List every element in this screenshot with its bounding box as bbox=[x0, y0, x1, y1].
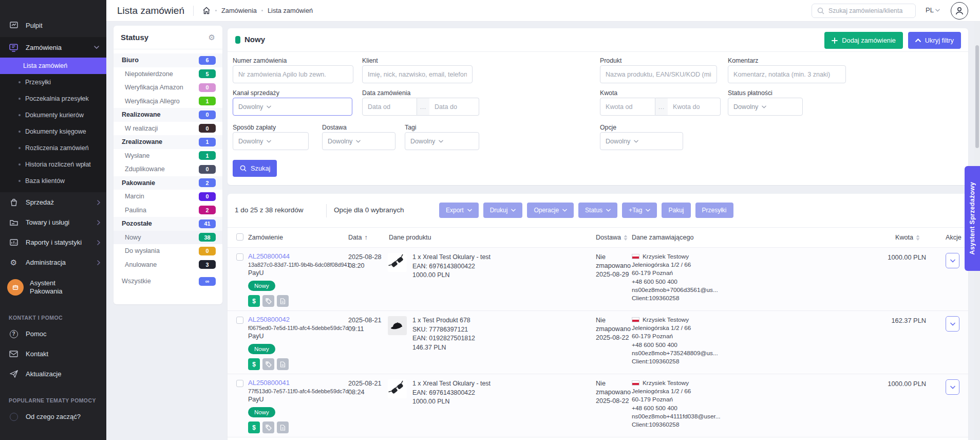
status-row-zrealizowane[interactable]: Zrealizowane1 bbox=[114, 135, 222, 149]
status-row-niepotwierdzone[interactable]: Niepotwierdzone5 bbox=[114, 67, 222, 81]
sidebar-item-kontakt[interactable]: Kontakt bbox=[0, 344, 106, 364]
date-from-input[interactable] bbox=[362, 98, 417, 116]
sidebar-item-rozliczenia-zamowien[interactable]: Rozliczenia zamówień bbox=[0, 140, 106, 156]
add-tag-button[interactable]: +Tag bbox=[622, 203, 657, 218]
sidebar-item-lista-zamowien[interactable]: Lista zamówień bbox=[0, 58, 106, 74]
order-id-link[interactable]: AL250800041 bbox=[248, 379, 351, 387]
breadcrumb-item-zamowienia[interactable]: Zamówienia bbox=[221, 7, 257, 14]
select-all-checkbox[interactable] bbox=[236, 233, 243, 241]
status-row-biuro[interactable]: Biuro6 bbox=[114, 53, 222, 67]
bullet-icon bbox=[18, 131, 21, 133]
search-button[interactable]: Szukaj bbox=[233, 160, 277, 177]
status-row-zduplikowane[interactable]: Zduplikowane0 bbox=[114, 162, 222, 176]
column-header-date[interactable]: Data ↑ bbox=[348, 234, 368, 241]
date-to-input[interactable] bbox=[429, 98, 479, 116]
status-button[interactable]: Status bbox=[578, 203, 617, 218]
sidebar-item-label: Aktualizacje bbox=[26, 370, 61, 378]
print-button[interactable]: Drukuj bbox=[483, 203, 523, 218]
sidebar-item-asystent-pakowania[interactable]: Asystent Pakowania bbox=[0, 273, 106, 301]
export-button[interactable]: Export bbox=[439, 203, 479, 218]
orders-icon bbox=[9, 43, 18, 52]
breadcrumb-dot bbox=[215, 10, 217, 11]
sidebar-item-pulpit[interactable]: Pulpit bbox=[0, 15, 106, 35]
amount-from-input[interactable] bbox=[600, 98, 655, 116]
comment-input[interactable] bbox=[728, 65, 846, 83]
sidebar-item-raporty[interactable]: Raporty i statystyki bbox=[0, 232, 106, 252]
delivery-select[interactable]: Dowolny bbox=[322, 132, 395, 150]
sidebar-item-dokumenty-kurierow[interactable]: Dokumenty kurierów bbox=[0, 107, 106, 123]
status-badge: 41 bbox=[199, 219, 216, 228]
sidebar-item-pomoc[interactable]: ? Pomoc bbox=[0, 324, 106, 344]
sidebar-item-sprzedaz[interactable]: Sprzedaż bbox=[0, 192, 106, 212]
order-date: 2025-08-21 bbox=[348, 379, 381, 388]
tags-select[interactable]: Dowolny bbox=[405, 132, 479, 150]
field-label-client: Klient bbox=[362, 57, 378, 64]
status-row-anulowane[interactable]: Anulowane3 bbox=[114, 258, 222, 272]
sidebar-subitem-label: Przesyłki bbox=[25, 79, 51, 86]
poland-flag-icon bbox=[632, 317, 639, 322]
status-row-w-realizacji[interactable]: W realizacji0 bbox=[114, 122, 222, 136]
order-number-input[interactable] bbox=[233, 65, 353, 83]
client-input[interactable] bbox=[362, 65, 473, 83]
column-header-amount[interactable]: Kwota bbox=[895, 234, 920, 241]
hide-filters-button[interactable]: Ukryj filtry bbox=[908, 32, 961, 49]
shipments-button[interactable]: Przesyłki bbox=[695, 203, 733, 218]
status-badge: 0 bbox=[199, 111, 216, 119]
sidebar-item-przesylki[interactable]: Przesyłki bbox=[0, 74, 106, 90]
status-row-pozostale[interactable]: Pozostałe41 bbox=[114, 217, 222, 231]
sidebar-item-dokumenty-ksiegowe[interactable]: Dokumenty księgowe bbox=[0, 123, 106, 140]
home-icon[interactable] bbox=[202, 7, 211, 14]
gear-icon[interactable]: ⚙ bbox=[209, 33, 215, 42]
pack-button[interactable]: Pakuj bbox=[662, 203, 690, 218]
sidebar-item-administracja[interactable]: ⚙ Administracja bbox=[0, 252, 106, 272]
status-row-paulina[interactable]: Paulina2 bbox=[114, 204, 222, 217]
bullet-icon bbox=[18, 98, 21, 100]
sidebar-item-baza-klientow[interactable]: Baza klientów bbox=[0, 173, 106, 189]
customer-phone: +48 600 500 400 bbox=[632, 278, 740, 286]
payment-method-select[interactable]: Dowolny bbox=[233, 132, 309, 150]
status-row-weryfikacja-amazon[interactable]: Weryfikacja Amazon0 bbox=[114, 81, 222, 95]
main-content: Statusy ⚙ Biuro6 Niepotwierdzone5 Weryfi… bbox=[106, 22, 980, 440]
sidebar-item-historia-rozliczen[interactable]: Historia rozliczeń wpłat bbox=[0, 156, 106, 173]
order-id-link[interactable]: AL250800042 bbox=[248, 316, 351, 323]
row-actions-button[interactable] bbox=[946, 379, 959, 395]
breadcrumb-item-lista-zamowien[interactable]: Lista zamówień bbox=[268, 7, 313, 14]
amount-to-input[interactable] bbox=[668, 98, 721, 116]
status-row-pakowanie[interactable]: Pakowanie2 bbox=[114, 176, 222, 190]
row-actions-button[interactable] bbox=[946, 253, 959, 268]
sidebar-item-zamowienia[interactable]: Zamówienia bbox=[0, 37, 106, 58]
sidebar-section-kontakt-i-pomoc: KONTAKT I POMOC bbox=[9, 315, 106, 321]
column-header-order: Zamówienie bbox=[248, 234, 283, 241]
status-row-realizowane[interactable]: Realizowane0 bbox=[114, 108, 222, 122]
options-select[interactable]: Dowolny bbox=[600, 132, 683, 150]
row-actions-button[interactable] bbox=[946, 316, 959, 332]
row-checkbox[interactable] bbox=[236, 380, 243, 389]
status-row-weryfikacja-allegro[interactable]: Weryfikacja Allegro1 bbox=[114, 95, 222, 108]
status-row-wszystkie[interactable]: Wszystkie∞ bbox=[114, 274, 222, 288]
status-row-wyslane[interactable]: Wysłane1 bbox=[114, 149, 222, 163]
status-row-do-wyslania[interactable]: Do wysłania0 bbox=[114, 244, 222, 258]
channel-select[interactable]: Dowolny bbox=[233, 98, 352, 116]
sidebar-item-od-czego-zaczac[interactable]: Od czego zacząć? bbox=[0, 407, 106, 427]
sidebar-item-aktualizacje[interactable]: Aktualizacje bbox=[0, 364, 106, 384]
row-checkbox[interactable] bbox=[236, 317, 243, 326]
scrollbar-thumb[interactable] bbox=[975, 45, 979, 148]
row-checkbox[interactable] bbox=[236, 253, 243, 263]
sidebar-item-towary-i-uslugi[interactable]: Towary i usługi bbox=[0, 212, 106, 232]
user-avatar[interactable] bbox=[951, 2, 968, 20]
payment-status-select[interactable]: Dowolny bbox=[728, 98, 803, 116]
operations-button[interactable]: Operacje bbox=[527, 203, 574, 218]
sales-assistant-tab[interactable]: Asystent Sprzedażowy bbox=[965, 166, 980, 271]
product-input[interactable] bbox=[600, 65, 717, 83]
sidebar-item-poczekalnia-przesylek[interactable]: Poczekalnia przesyłek bbox=[0, 90, 106, 107]
document-icon bbox=[277, 421, 289, 433]
language-selector[interactable]: PL bbox=[926, 6, 940, 14]
order-id-link[interactable]: AL250800044 bbox=[248, 252, 351, 260]
status-color-dot bbox=[235, 36, 240, 44]
statusy-header: Statusy ⚙ bbox=[114, 26, 222, 49]
column-header-delivery[interactable]: Dostawa bbox=[596, 234, 628, 241]
add-order-button[interactable]: Dodaj zamówienie bbox=[824, 32, 903, 49]
status-row-nowy[interactable]: Nowy38 bbox=[114, 231, 222, 245]
status-row-marcin[interactable]: Marcin0 bbox=[114, 190, 222, 204]
search-input[interactable] bbox=[828, 7, 906, 14]
